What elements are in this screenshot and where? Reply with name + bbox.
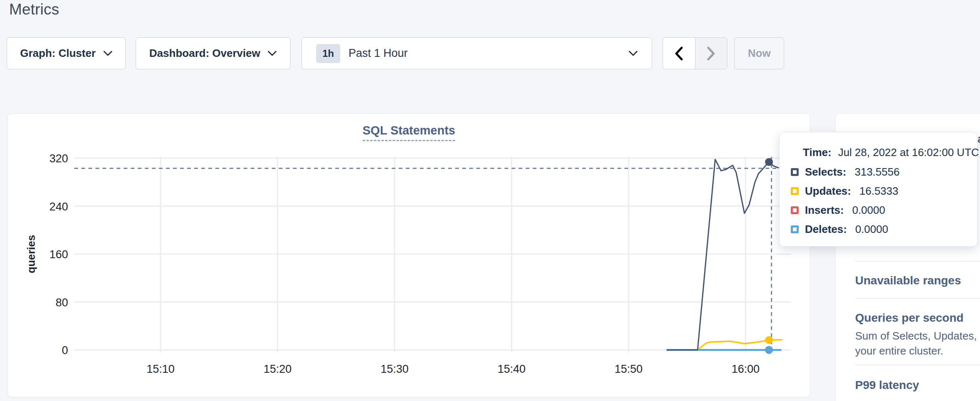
clipped-text-fragment: a (978, 133, 980, 146)
svg-text:240: 240 (49, 200, 68, 213)
sql-statements-plot[interactable]: 08016024032015:1015:2015:3015:4015:5016:… (8, 114, 810, 397)
sidebar-item-p99-latency[interactable]: P99 latency (855, 379, 919, 392)
divider (855, 298, 980, 299)
now-button[interactable]: Now (734, 37, 784, 69)
time-window-pager (663, 37, 727, 69)
tooltip-row-label: Deletes: (805, 223, 847, 236)
svg-text:15:20: 15:20 (263, 363, 292, 375)
selects-series-swatch-icon (791, 168, 799, 176)
chevron-down-icon (268, 51, 277, 56)
svg-text:0: 0 (62, 344, 68, 357)
graph-dropdown[interactable]: Graph: Cluster (7, 37, 126, 69)
svg-text:15:50: 15:50 (614, 363, 643, 375)
svg-text:15:40: 15:40 (497, 363, 526, 375)
chart-hover-tooltip: Time: Jul 28, 2022 at 16:02:00 UTC Selec… (779, 132, 978, 247)
sidebar-item-description-line1: Sum of Selects, Updates, Inser (855, 330, 980, 342)
sidebar-item-queries-per-second[interactable]: Queries per second (855, 311, 963, 325)
chevron-left-icon (674, 46, 683, 61)
svg-text:80: 80 (56, 296, 68, 309)
tooltip-time-label: Time: (803, 146, 831, 159)
svg-text:15:30: 15:30 (380, 363, 409, 375)
svg-text:queries: queries (25, 235, 37, 274)
tooltip-row-value: 313.5556 (855, 166, 900, 178)
page-title: Metrics (9, 1, 59, 18)
tooltip-row-deletes: Deletes: 0.0000 (791, 220, 973, 239)
divider (855, 261, 980, 262)
dashboard-dropdown-label: Dashboard: Overview (149, 47, 260, 60)
tooltip-row-value: 0.0000 (852, 204, 885, 217)
time-range-badge: 1h (316, 44, 340, 63)
chart-title: SQL Statements (8, 124, 810, 137)
svg-text:16:00: 16:00 (731, 363, 760, 375)
time-range-selector[interactable]: 1h Past 1 Hour (302, 37, 652, 69)
chevron-down-icon (103, 51, 112, 56)
tooltip-row-label: Inserts: (805, 204, 844, 217)
tooltip-row-inserts: Inserts: 0.0000 (791, 200, 973, 220)
chevron-right-icon (707, 46, 716, 61)
tooltip-row-updates: Updates: 16.5333 (791, 181, 973, 200)
previous-time-button[interactable] (663, 38, 695, 69)
tooltip-row-selects: Selects: 313.5556 (791, 162, 973, 181)
tooltip-row-value: 16.5333 (859, 185, 898, 198)
svg-text:320: 320 (49, 152, 68, 165)
time-range-label: Past 1 Hour (349, 47, 629, 60)
sidebar-item-unavailable-ranges[interactable]: Unavailable ranges (855, 274, 961, 287)
sidebar-item-description-line2: your entire cluster. (855, 345, 943, 357)
chart-title-link[interactable]: SQL Statements (363, 124, 455, 141)
inserts-series-swatch-icon (791, 206, 799, 214)
tooltip-row-label: Selects: (805, 166, 846, 178)
dashboard-dropdown[interactable]: Dashboard: Overview (136, 37, 290, 69)
graph-dropdown-label: Graph: Cluster (20, 47, 95, 60)
sql-statements-chart-card: SQL Statements 08016024032015:1015:2015:… (7, 113, 810, 397)
tooltip-row-value: 0.0000 (855, 223, 888, 236)
updates-series-swatch-icon (791, 187, 799, 195)
deletes-series-swatch-icon (791, 225, 799, 233)
next-time-button[interactable] (695, 38, 727, 69)
svg-text:160: 160 (49, 248, 68, 261)
chevron-down-icon (629, 51, 638, 56)
tooltip-time-value: Jul 28, 2022 at 16:02:00 UTC (838, 146, 979, 159)
divider (855, 364, 980, 365)
tooltip-row-label: Updates: (805, 185, 851, 198)
svg-text:15:10: 15:10 (146, 363, 175, 375)
tooltip-time: Time: Jul 28, 2022 at 16:02:00 UTC (803, 146, 979, 159)
